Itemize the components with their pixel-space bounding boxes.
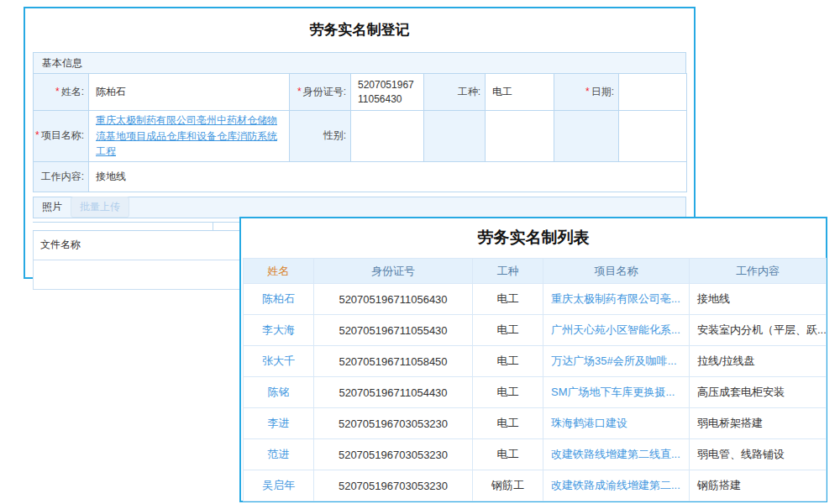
worker-worktype: 电工 (473, 284, 543, 315)
id-label: *身份证号: (290, 74, 351, 111)
worker-name-link[interactable]: 李进 (244, 408, 314, 439)
worker-content: 钢筋搭建 (690, 470, 827, 501)
labor-list-table: 姓名 身份证号 工种 项目名称 工作内容 陈柏石 520705196711056… (243, 258, 827, 501)
worker-id: 520705196703053230 (314, 439, 473, 470)
worker-name-link[interactable]: 吴启年 (244, 470, 314, 501)
column-header-id[interactable]: 身份证号 (314, 259, 473, 284)
empty-label-cell (424, 111, 486, 162)
name-field[interactable]: 陈柏石 (89, 74, 290, 111)
worker-project-link[interactable]: 改建铁路线增建第二线直... (543, 439, 690, 470)
section-photo: 照片 批量上传 (33, 197, 686, 218)
worker-content: 安装室内分机（平层、跃... (690, 315, 827, 346)
worker-worktype: 钢筋工 (473, 470, 543, 501)
table-row: 张大千 520705196711058450 电工 万达广场35#会所及咖啡..… (244, 346, 827, 377)
date-label: *日期: (554, 74, 619, 111)
form-row-1: *姓名: 陈柏石 *身份证号: 520705196711056430 工种: 电… (34, 74, 687, 111)
content-field[interactable]: 接地线 (89, 161, 687, 192)
worker-id: 520705196711054430 (314, 377, 473, 408)
worker-content: 接地线 (690, 284, 827, 315)
worker-project-link[interactable]: 广州天心苑小区智能化系... (543, 315, 690, 346)
section-photo-label: 照片 (42, 200, 62, 214)
worker-name-link[interactable]: 李大海 (244, 315, 314, 346)
worker-worktype: 电工 (473, 377, 543, 408)
table-row: 李进 520705196703053230 电工 珠海鹤港口建设 弱电桥架搭建 (244, 408, 827, 439)
table-row: 陈铭 520705196711054430 电工 SM广场地下车库更换摄... … (244, 377, 827, 408)
required-asterisk: * (585, 86, 590, 97)
empty-label-cell (554, 111, 619, 162)
column-header-worktype[interactable]: 工种 (473, 259, 543, 284)
worker-name-link[interactable]: 陈铭 (244, 377, 314, 408)
table-row: 陈柏石 520705196711056430 电工 重庆太极制药有限公司亳...… (244, 284, 827, 315)
worker-content: 弱电桥架搭建 (690, 408, 827, 439)
project-field: 重庆太极制药有限公司亳州中药材仓储物流基地项目成品仓库和设备仓库消防系统工程 (89, 111, 290, 162)
worker-id: 520705196711055430 (314, 315, 473, 346)
column-header-project[interactable]: 项目名称 (543, 259, 690, 284)
required-asterisk: * (297, 86, 302, 97)
worker-project-link[interactable]: 重庆太极制药有限公司亳... (543, 284, 690, 315)
column-header-content[interactable]: 工作内容 (690, 259, 827, 284)
page: 劳务实名制登记 基本信息 *姓名: 陈柏石 *身份证号: 52070519671… (0, 0, 840, 504)
worker-name-link[interactable]: 范进 (244, 439, 314, 470)
form-row-3: 工作内容: 接地线 (34, 161, 687, 192)
worker-worktype: 电工 (473, 439, 543, 470)
worker-worktype: 电工 (473, 315, 543, 346)
worker-id: 520705196703053230 (314, 470, 473, 501)
section-basic-info-label: 基本信息 (42, 56, 82, 71)
worktype-field[interactable]: 电工 (486, 74, 554, 111)
gender-field[interactable] (351, 111, 424, 162)
name-label: *姓名: (34, 74, 89, 111)
id-field[interactable]: 520705196711056430 (351, 74, 424, 111)
worktype-label: 工种: (424, 74, 486, 111)
worker-project-link[interactable]: 改建铁路成渝线增建第二... (543, 470, 690, 501)
worker-project-link[interactable]: SM广场地下车库更换摄... (543, 377, 690, 408)
project-label: *项目名称: (34, 111, 89, 162)
gender-label: 性别: (290, 111, 351, 162)
list-title: 劳务实名制列表 (243, 218, 824, 258)
date-field[interactable] (619, 74, 687, 111)
worker-name-link[interactable]: 张大千 (244, 346, 314, 377)
worker-worktype: 电工 (473, 346, 543, 377)
worker-content: 拉线/拉线盘 (690, 346, 827, 377)
form-title: 劳务实名制登记 (33, 8, 686, 52)
table-row: 李大海 520705196711055430 电工 广州天心苑小区智能化系...… (244, 315, 827, 346)
required-asterisk: * (35, 129, 39, 141)
worker-content: 高压成套电柜安装 (690, 377, 827, 408)
worker-name-link[interactable]: 陈柏石 (244, 284, 314, 315)
empty-value-cell (619, 111, 687, 162)
table-row: 吴启年 520705196703053230 钢筋工 改建铁路成渝线增建第二..… (244, 470, 827, 501)
form-row-2: *项目名称: 重庆太极制药有限公司亳州中药材仓储物流基地项目成品仓库和设备仓库消… (34, 111, 687, 162)
basic-info-grid: *姓名: 陈柏石 *身份证号: 520705196711056430 工种: 电… (33, 73, 687, 192)
worker-worktype: 电工 (473, 408, 543, 439)
worker-project-link[interactable]: 珠海鹤港口建设 (543, 408, 690, 439)
project-name-link[interactable]: 重庆太极制药有限公司亳州中药材仓储物流基地项目成品仓库和设备仓库消防系统工程 (96, 114, 277, 157)
section-basic-info: 基本信息 (33, 52, 686, 74)
table-row: 范进 520705196703053230 电工 改建铁路线增建第二线直... … (244, 439, 827, 470)
content-label: 工作内容: (34, 161, 89, 192)
batch-upload-button[interactable]: 批量上传 (71, 197, 129, 218)
list-header-row: 姓名 身份证号 工种 项目名称 工作内容 (244, 259, 827, 284)
required-asterisk: * (55, 86, 60, 97)
worker-project-link[interactable]: 万达广场35#会所及咖啡... (543, 346, 690, 377)
empty-value-cell (486, 111, 554, 162)
worker-id: 520705196703053230 (314, 408, 473, 439)
worker-content: 弱电管、线路铺设 (690, 439, 827, 470)
worker-id: 520705196711058450 (314, 346, 473, 377)
column-header-name[interactable]: 姓名 (244, 259, 314, 284)
worker-id: 520705196711056430 (314, 284, 473, 315)
list-card: 劳务实名制列表 姓名 身份证号 工种 项目名称 工作内容 陈柏石 5207051… (239, 217, 827, 502)
